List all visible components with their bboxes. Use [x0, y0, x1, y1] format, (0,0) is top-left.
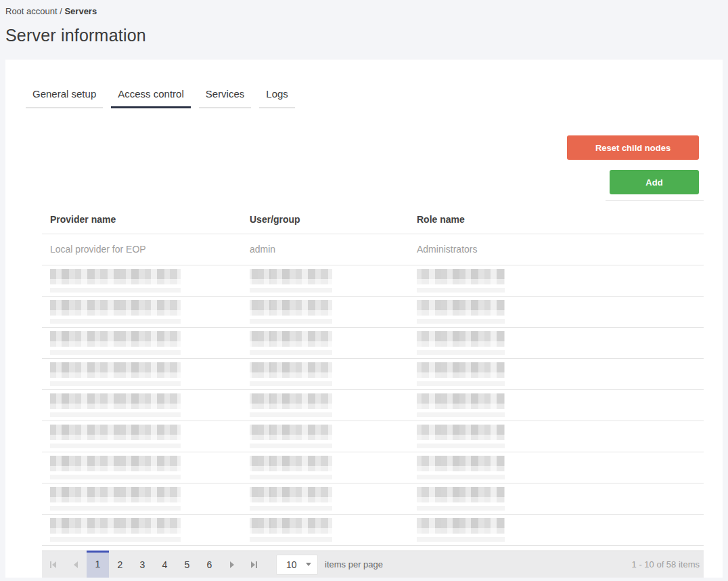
table-row[interactable] — [42, 421, 704, 452]
redacted-content — [50, 269, 181, 293]
redacted-content — [250, 393, 332, 417]
column-header-provider-name[interactable]: Provider name — [42, 205, 242, 234]
table-row[interactable] — [42, 296, 704, 327]
next-page-icon — [230, 561, 234, 568]
redacted-content — [50, 362, 181, 386]
pager-previous-page-button[interactable] — [64, 551, 87, 578]
tab-general-setup[interactable]: General setup — [26, 88, 103, 108]
dropdown-caret-icon — [306, 563, 311, 566]
table-header-row: Provider name User/group Role name — [42, 205, 704, 234]
cell-provider — [42, 327, 242, 358]
pager-page-1[interactable]: 1 — [87, 551, 109, 578]
column-header-role-name[interactable]: Role name — [409, 205, 704, 234]
cell-role — [409, 421, 704, 452]
redacted-content — [250, 518, 332, 542]
redacted-content — [50, 393, 181, 417]
redacted-content — [250, 269, 332, 293]
table-row[interactable] — [42, 358, 704, 389]
redacted-content — [50, 456, 181, 479]
cell-provider — [42, 514, 242, 545]
page-size-value: 10 — [286, 559, 297, 570]
cell-role — [409, 389, 704, 421]
cell-user — [242, 296, 409, 327]
redacted-content — [50, 518, 181, 542]
redacted-content — [50, 487, 181, 511]
pager-summary: 1 - 10 of 58 items — [632, 559, 700, 569]
pager-next-page-button[interactable] — [221, 551, 243, 578]
cell-role: Administrators — [409, 234, 704, 265]
table-row[interactable] — [42, 483, 704, 514]
redacted-content — [417, 487, 505, 511]
cell-provider — [42, 296, 242, 327]
first-page-icon — [50, 561, 51, 568]
table-row[interactable] — [42, 514, 704, 545]
grid-pager: 123456 10 items per page 1 - 10 of 58 it… — [42, 551, 704, 578]
cell-role — [409, 327, 704, 358]
cell-role — [409, 358, 704, 389]
cell-user — [242, 358, 409, 389]
redacted-content — [417, 456, 505, 479]
tab-logs[interactable]: Logs — [259, 88, 295, 108]
redacted-content — [417, 518, 505, 542]
cell-role — [409, 452, 704, 483]
previous-page-icon — [74, 561, 78, 568]
cell-provider — [42, 389, 242, 421]
column-header-user-group[interactable]: User/group — [242, 205, 409, 234]
pager-page-5[interactable]: 5 — [176, 551, 198, 578]
pager-page-3[interactable]: 3 — [131, 551, 154, 578]
breadcrumb: Root account / Servers — [5, 6, 723, 16]
pager-page-6[interactable]: 6 — [198, 551, 221, 578]
redacted-content — [50, 300, 181, 324]
cell-provider — [42, 452, 242, 483]
top-bar: Root account / Servers Server informatio… — [0, 0, 728, 45]
access-control-grid: Provider name User/group Role name Local… — [42, 205, 704, 546]
redacted-content — [250, 456, 332, 479]
breadcrumb-root-link[interactable]: Root account — [5, 6, 58, 16]
table-row[interactable] — [42, 452, 704, 483]
cell-role — [409, 514, 704, 545]
breadcrumb-current: Servers — [64, 6, 97, 16]
cell-user — [242, 265, 409, 296]
cell-user — [242, 483, 409, 514]
cell-provider — [42, 421, 242, 452]
pager-page-4[interactable]: 4 — [154, 551, 176, 578]
pager-page-2[interactable]: 2 — [109, 551, 131, 578]
cell-role — [409, 483, 704, 514]
redacted-content — [50, 425, 181, 448]
page-size-dropdown[interactable]: 10 — [276, 555, 318, 575]
table-row[interactable] — [42, 265, 704, 296]
items-per-page-label: items per page — [325, 559, 383, 569]
table-row[interactable] — [42, 389, 704, 421]
cell-user — [242, 421, 409, 452]
redacted-content — [250, 300, 332, 324]
redacted-content — [417, 393, 505, 417]
redacted-content — [417, 331, 505, 355]
cell-role — [409, 296, 704, 327]
tab-services[interactable]: Services — [199, 88, 252, 108]
table-row[interactable]: Local provider for EOPadminAdministrator… — [42, 234, 704, 265]
redacted-content — [250, 331, 332, 355]
cell-role — [409, 265, 704, 296]
tab-access-control[interactable]: Access control — [111, 88, 191, 108]
redacted-content — [50, 331, 181, 355]
redacted-content — [417, 362, 505, 386]
cell-provider — [42, 483, 242, 514]
cell-provider: Local provider for EOP — [42, 234, 242, 265]
add-button[interactable]: Add — [610, 170, 699, 194]
reset-child-nodes-button[interactable]: Reset child nodes — [567, 135, 699, 160]
pager-last-page-button[interactable] — [243, 551, 265, 578]
redacted-content — [417, 425, 505, 448]
redacted-content — [250, 362, 332, 386]
tab-strip: General setup Access control Services Lo… — [26, 88, 723, 108]
table-row[interactable] — [42, 327, 704, 358]
redacted-content — [250, 425, 332, 448]
pager-first-page-button[interactable] — [42, 551, 64, 578]
redacted-content — [250, 487, 332, 511]
pager-pages: 123456 — [87, 551, 221, 578]
grid-toolbar: Reset child nodes Add — [5, 135, 699, 201]
content-card: General setup Access control Services Lo… — [5, 60, 723, 578]
cell-user — [242, 514, 409, 545]
last-page-icon — [251, 561, 255, 568]
toolbar-divider — [606, 200, 704, 201]
redacted-content — [417, 269, 505, 293]
